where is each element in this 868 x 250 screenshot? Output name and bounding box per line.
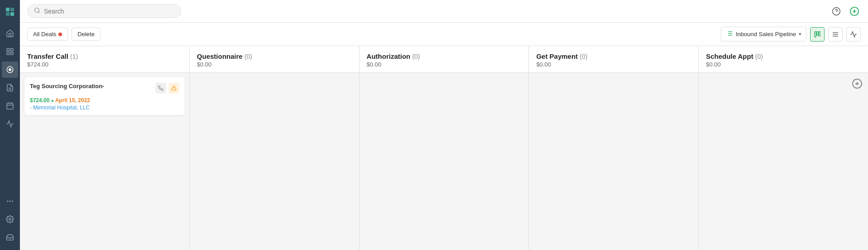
deal-date: April 15, 2022 (55, 97, 90, 104)
column-amount-questionnaire: $0.00 (197, 61, 352, 68)
sidebar-item-more[interactable] (2, 193, 18, 209)
toolbar-right: Inbound Sales Pipeline ▾ (721, 27, 861, 42)
all-deals-button[interactable]: All Deals (27, 28, 68, 41)
column-amount-get-payment: $0.00 (536, 61, 691, 68)
column-body-transfer-call: Teg Sourcing Corporation- (20, 73, 189, 250)
column-header-schedule-appt: Schedule Appt (0) $0.00 (699, 46, 868, 73)
pipeline-selector[interactable]: Inbound Sales Pipeline ▾ (721, 27, 806, 42)
svg-line-21 (38, 12, 40, 13)
column-header-get-payment: Get Payment (0) $0.00 (529, 46, 698, 73)
kanban-board: Transfer Call (1) $724.00 Teg Sourcing C… (20, 46, 868, 250)
svg-rect-6 (11, 52, 13, 55)
column-amount-authorization: $0.00 (367, 61, 522, 68)
main-content: All Deals Delete Inbound Sales Pipeline (20, 0, 868, 250)
svg-rect-12 (7, 103, 13, 109)
column-amount-schedule-appt: $0.00 (706, 61, 861, 68)
sidebar-item-calendar[interactable] (2, 98, 18, 114)
svg-rect-35 (819, 32, 820, 36)
svg-point-19 (9, 218, 11, 221)
column-count-questionnaire: (0) (245, 53, 252, 60)
column-count-schedule-appt: (0) (755, 53, 763, 60)
kanban-column-schedule-appt: Schedule Appt (0) $0.00 (699, 46, 868, 250)
svg-rect-1 (10, 8, 14, 11)
column-header-questionnaire: Questionnaire (0) $0.00 (190, 46, 359, 73)
kanban-column-get-payment: Get Payment (0) $0.00 (529, 46, 699, 250)
sidebar-item-analytics[interactable] (2, 116, 18, 132)
call-icon[interactable] (155, 83, 166, 94)
add-deal-button[interactable] (851, 77, 863, 90)
search-input[interactable] (44, 8, 174, 15)
add-button[interactable] (848, 5, 861, 18)
svg-rect-7 (7, 52, 9, 55)
kanban-column-authorization: Authorization (0) $0.00 (360, 46, 529, 250)
sidebar-item-inbox[interactable] (2, 229, 18, 245)
svg-point-18 (12, 201, 13, 202)
kanban-column-questionnaire: Questionnaire (0) $0.00 (190, 46, 360, 250)
sidebar-item-contacts[interactable] (2, 80, 18, 96)
sidebar-logo (3, 5, 17, 19)
toolbar: All Deals Delete Inbound Sales Pipeline (20, 23, 868, 46)
column-count-get-payment: (0) (580, 53, 587, 60)
help-button[interactable] (830, 5, 843, 18)
deal-company: - Memorial Hospital, LLC (30, 104, 179, 111)
pipeline-name: Inbound Sales Pipeline (736, 31, 796, 38)
column-body-questionnaire (190, 73, 359, 250)
svg-rect-3 (10, 12, 14, 16)
svg-point-16 (7, 201, 8, 202)
warning-icon[interactable] (168, 83, 179, 94)
column-title-get-payment: Get Payment (0) (536, 52, 691, 60)
deal-card: Teg Sourcing Corporation- (24, 77, 185, 115)
column-title-schedule-appt: Schedule Appt (0) (706, 52, 861, 60)
column-body-schedule-appt (699, 73, 868, 250)
deal-amount: $724.00 ● April 15, 2022 (30, 97, 179, 104)
search-icon (34, 7, 40, 15)
kanban-view-button[interactable] (810, 27, 825, 42)
column-header-authorization: Authorization (0) $0.00 (360, 46, 529, 73)
column-count-transfer-call: (1) (70, 53, 78, 60)
column-body-authorization (360, 73, 529, 250)
topbar-actions (830, 5, 861, 18)
column-title-questionnaire: Questionnaire (0) (197, 52, 352, 60)
sidebar-item-settings[interactable] (2, 211, 18, 227)
pipeline-icon (726, 30, 733, 38)
svg-point-20 (35, 8, 39, 12)
svg-rect-34 (817, 32, 818, 35)
svg-point-17 (10, 201, 10, 202)
svg-rect-33 (815, 32, 816, 37)
svg-rect-4 (7, 48, 9, 51)
svg-rect-2 (6, 12, 10, 16)
search-box[interactable] (27, 4, 181, 18)
sidebar-item-charts[interactable] (2, 43, 18, 60)
deal-name: Teg Sourcing Corporation- (30, 83, 155, 90)
all-deals-label: All Deals (33, 31, 56, 38)
sidebar-item-deals[interactable] (2, 61, 18, 78)
column-title-transfer-call: Transfer Call (1) (27, 52, 182, 60)
sidebar (0, 0, 20, 250)
chart-view-button[interactable] (846, 27, 861, 42)
list-view-button[interactable] (828, 27, 843, 42)
all-deals-indicator (58, 33, 62, 36)
column-count-authorization: (0) (412, 53, 420, 60)
kanban-column-transfer-call: Transfer Call (1) $724.00 Teg Sourcing C… (20, 46, 190, 250)
column-title-authorization: Authorization (0) (367, 52, 522, 60)
sidebar-item-home[interactable] (2, 25, 18, 42)
topbar (20, 0, 868, 23)
svg-rect-5 (11, 48, 13, 51)
column-body-get-payment (529, 73, 698, 250)
svg-point-9 (9, 69, 11, 71)
column-header-transfer-call: Transfer Call (1) $724.00 (20, 46, 189, 73)
svg-rect-0 (6, 8, 10, 11)
delete-button[interactable]: Delete (72, 28, 101, 41)
column-amount-transfer-call: $724.00 (27, 61, 182, 68)
chevron-down-icon: ▾ (799, 31, 801, 37)
